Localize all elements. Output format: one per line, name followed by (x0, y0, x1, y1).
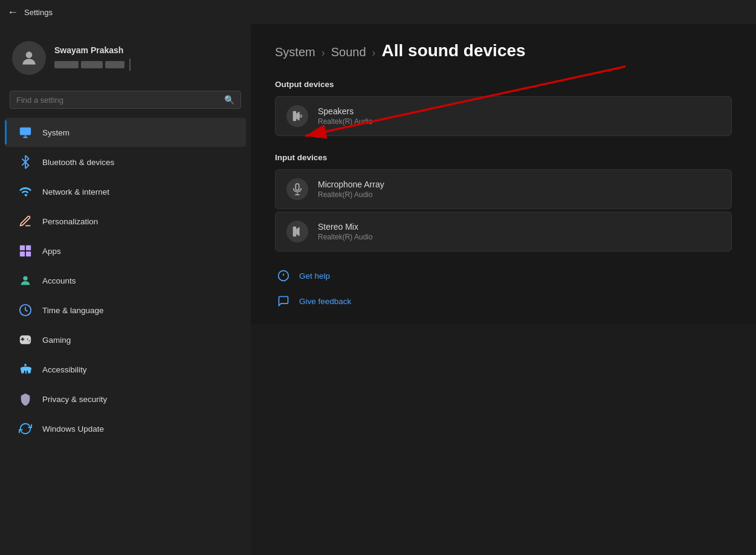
stereo-mix-icon (286, 221, 308, 242)
sidebar-item-label-system: System (42, 128, 69, 137)
time-icon (17, 302, 34, 319)
svg-rect-11 (296, 184, 299, 190)
user-info: Swayam Prakash (54, 45, 131, 71)
device-stereo-mix[interactable]: Stereo Mix Realtek(R) Audio (275, 212, 732, 252)
breadcrumb-current: All sound devices (382, 41, 526, 60)
titlebar: ← Settings (0, 0, 756, 24)
update-icon (17, 420, 34, 437)
search-input[interactable] (16, 96, 219, 105)
breadcrumb-sep-2: › (372, 47, 376, 59)
speakers-info: Speakers Realtek(R) Audio (318, 106, 373, 126)
svg-rect-4 (20, 252, 25, 256)
svg-rect-12 (293, 227, 297, 237)
give-feedback-label: Give feedback (299, 297, 351, 306)
speakers-icon (286, 105, 308, 127)
microphone-sub: Realtek(R) Audio (318, 190, 384, 199)
sidebar-item-gaming[interactable]: Gaming (5, 325, 246, 354)
get-help-icon (275, 267, 292, 284)
main-layout: Swayam Prakash 🔍 (0, 24, 756, 555)
user-icon (19, 48, 39, 68)
avatar (12, 41, 46, 75)
user-bar-3 (105, 61, 124, 68)
get-help-label: Get help (299, 271, 330, 281)
speakers-name: Speakers (318, 106, 373, 116)
user-section: Swayam Prakash (0, 30, 251, 87)
user-bar-divider (129, 59, 131, 71)
content: System › Sound › All sound devices Outpu… (251, 24, 756, 324)
svg-point-10 (300, 115, 302, 117)
output-devices-label: Output devices (251, 75, 756, 95)
apps-icon (17, 242, 34, 259)
sidebar-item-time[interactable]: Time & language (5, 296, 246, 325)
sidebar-item-privacy[interactable]: Privacy & security (5, 385, 246, 414)
sidebar-item-system[interactable]: System (5, 118, 246, 147)
sidebar-item-label-personalization: Personalization (42, 217, 98, 226)
stereo-mix-info: Stereo Mix Realtek(R) Audio (318, 222, 373, 241)
privacy-icon (17, 391, 34, 407)
search-box[interactable]: 🔍 (10, 91, 241, 109)
network-icon (17, 183, 34, 200)
spacer-1 (251, 137, 756, 148)
personalization-icon (17, 213, 34, 230)
system-icon (17, 124, 34, 141)
sidebar-item-label-apps: Apps (42, 247, 61, 256)
svg-point-8 (24, 364, 27, 366)
user-bars (54, 59, 131, 71)
sidebar-item-label-bluetooth: Bluetooth & devices (42, 158, 114, 167)
accounts-icon (17, 272, 34, 289)
svg-rect-1 (20, 128, 31, 135)
give-feedback-link[interactable]: Give feedback (275, 293, 732, 310)
svg-rect-9 (293, 111, 297, 122)
breadcrumb: System › Sound › All sound devices (251, 24, 756, 75)
user-bar-1 (54, 61, 79, 68)
svg-rect-2 (20, 245, 25, 250)
svg-point-6 (23, 276, 27, 281)
sidebar-nav: System Bluetooth & devices Network & int… (0, 117, 251, 444)
gaming-icon (17, 331, 34, 348)
sidebar-item-label-gaming: Gaming (42, 336, 71, 345)
svg-rect-3 (26, 245, 31, 250)
search-container: 🔍 (0, 87, 251, 117)
sidebar-item-label-accessibility: Accessibility (42, 365, 87, 374)
back-button[interactable]: ← (7, 6, 18, 19)
bluetooth-icon (17, 154, 34, 170)
input-devices-label: Input devices (251, 148, 756, 168)
speakers-sub: Realtek(R) Audio (318, 117, 373, 126)
stereo-mix-name: Stereo Mix (318, 222, 373, 232)
svg-rect-5 (26, 252, 31, 256)
accessibility-icon (17, 361, 34, 378)
svg-point-0 (26, 51, 33, 58)
breadcrumb-sep-1: › (321, 47, 325, 59)
sidebar-item-personalization[interactable]: Personalization (5, 207, 246, 236)
sidebar-item-label-update: Windows Update (42, 424, 104, 433)
sidebar-item-label-accounts: Accounts (42, 276, 76, 285)
sidebar-item-label-network: Network & internet (42, 187, 109, 196)
device-microphone[interactable]: Microphone Array Realtek(R) Audio (275, 169, 732, 209)
sidebar-item-update[interactable]: Windows Update (5, 414, 246, 443)
sidebar-item-label-privacy: Privacy & security (42, 395, 107, 404)
give-feedback-icon (275, 293, 292, 310)
sidebar-item-accessibility[interactable]: Accessibility (5, 355, 246, 384)
breadcrumb-system[interactable]: System (275, 45, 315, 59)
search-icon: 🔍 (224, 95, 234, 105)
sidebar-item-network[interactable]: Network & internet (5, 177, 246, 206)
help-section: Get help Give feedback (251, 253, 756, 324)
titlebar-title: Settings (24, 8, 53, 17)
breadcrumb-sound[interactable]: Sound (331, 45, 366, 59)
device-speakers[interactable]: Speakers Realtek(R) Audio (275, 96, 732, 136)
sidebar-item-accounts[interactable]: Accounts (5, 266, 246, 295)
content-wrapper: System › Sound › All sound devices Outpu… (251, 24, 756, 555)
microphone-info: Microphone Array Realtek(R) Audio (318, 180, 384, 199)
user-name: Swayam Prakash (54, 45, 131, 55)
sidebar: Swayam Prakash 🔍 (0, 24, 251, 555)
get-help-link[interactable]: Get help (275, 267, 732, 284)
sidebar-item-apps[interactable]: Apps (5, 236, 246, 265)
stereo-mix-sub: Realtek(R) Audio (318, 233, 373, 241)
microphone-icon (286, 178, 308, 200)
sidebar-item-bluetooth[interactable]: Bluetooth & devices (5, 148, 246, 177)
microphone-name: Microphone Array (318, 180, 384, 189)
user-bar-2 (81, 61, 103, 68)
sidebar-item-label-time: Time & language (42, 306, 104, 315)
